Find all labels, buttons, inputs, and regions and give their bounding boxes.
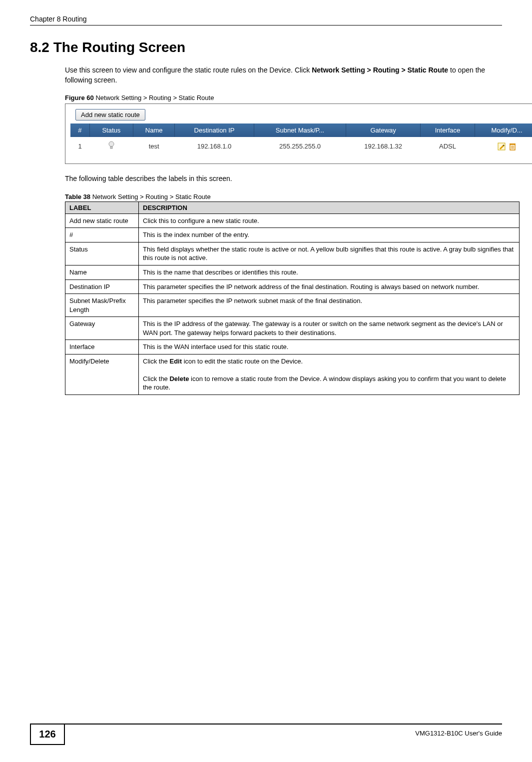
svg-rect-1: [110, 146, 112, 148]
chapter-header: Chapter 8 Routing: [30, 15, 502, 24]
intro-nav-path: Network Setting > Routing > Static Route: [312, 66, 448, 74]
desc-text: Click this to configure a new static rou…: [139, 214, 520, 228]
col-interface[interactable]: Interface: [420, 124, 475, 137]
delete-icon[interactable]: [508, 142, 517, 150]
svg-rect-7: [510, 144, 516, 144]
svg-point-0: [109, 142, 114, 146]
desc-text-modify: Click the Edit icon to edit the static r…: [139, 354, 520, 394]
figure-60-label: Figure 60: [65, 94, 94, 102]
desc-text: This is the IP address of the gateway. T…: [139, 317, 520, 340]
desc-text: This parameter specifies the IP network …: [139, 280, 520, 294]
col-gateway[interactable]: Gateway: [346, 124, 421, 137]
figure-60-caption: Figure 60 Network Setting > Routing > St…: [65, 94, 502, 102]
table-38-text: Network Setting > Routing > Static Route: [90, 193, 211, 200]
delete-word: Delete: [169, 375, 189, 382]
static-route-table-header-row: # Status Name Destination IP Subnet Mask…: [70, 124, 532, 137]
cell-subnet: 255.255.255.0: [254, 137, 346, 156]
section-title: 8.2 The Routing Screen: [30, 40, 502, 56]
modify-text-1: Click the: [143, 358, 169, 365]
desc-table-header-row: LABEL DESCRIPTION: [65, 202, 520, 214]
desc-row-name: Name This is the name that describes or …: [65, 265, 520, 280]
desc-row-interface: Interface This is the WAN interface used…: [65, 340, 520, 354]
cell-interface: ADSL: [420, 137, 475, 156]
col-subnet-mask[interactable]: Subnet Mask/P...: [254, 124, 346, 137]
desc-row-add-new: Add new static route Click this to confi…: [65, 214, 520, 228]
page-footer: 126 VMG1312-B10C User's Guide: [0, 724, 532, 745]
desc-text: This field displays whether the static r…: [139, 242, 520, 265]
desc-label: Modify/Delete: [65, 354, 139, 394]
desc-row-index: # This is the index number of the entry.: [65, 228, 520, 242]
description-table: LABEL DESCRIPTION Add new static route C…: [65, 202, 520, 395]
edit-icon[interactable]: [497, 142, 509, 150]
desc-head-label: LABEL: [65, 202, 139, 214]
table-38-label: Table 38: [65, 193, 90, 200]
col-status[interactable]: Status: [89, 124, 133, 137]
col-index[interactable]: #: [70, 124, 89, 137]
desc-label: Interface: [65, 340, 139, 354]
footer-guide-name: VMG1312-B10C User's Guide: [65, 724, 502, 745]
col-destination-ip[interactable]: Destination IP: [175, 124, 254, 137]
figure-60-text: Network Setting > Routing > Static Route: [94, 94, 214, 102]
desc-label: Destination IP: [65, 280, 139, 294]
desc-head-description: DESCRIPTION: [139, 202, 520, 214]
cell-destination-ip: 192.168.1.0: [175, 137, 254, 156]
desc-row-modify-delete: Modify/Delete Click the Edit icon to edi…: [65, 354, 520, 394]
desc-text: This is the index number of the entry.: [139, 228, 520, 242]
modify-text-4: icon to remove a static route from the D…: [143, 375, 506, 392]
table-38-caption: Table 38 Network Setting > Routing > Sta…: [65, 193, 502, 200]
cell-status: [89, 137, 133, 156]
desc-row-gateway: Gateway This is the IP address of the ga…: [65, 317, 520, 340]
desc-row-destination-ip: Destination IP This parameter specifies …: [65, 280, 520, 294]
static-route-row-1: 1 test 192.168.1.0 255.255.255.0 192.168…: [70, 137, 532, 156]
desc-label: Subnet Mask/Prefix Length: [65, 294, 139, 317]
desc-label: Gateway: [65, 317, 139, 340]
edit-word: Edit: [169, 358, 182, 365]
following-table-text: The following table describes the labels…: [65, 174, 502, 184]
cell-name: test: [133, 137, 175, 156]
desc-text: This parameter specifies the IP network …: [139, 294, 520, 317]
intro-paragraph: Use this screen to view and configure th…: [65, 66, 502, 85]
cell-index: 1: [70, 137, 89, 156]
col-modify-delete[interactable]: Modify/D...: [475, 124, 532, 137]
desc-label: #: [65, 228, 139, 242]
desc-row-subnet-mask: Subnet Mask/Prefix Length This parameter…: [65, 294, 520, 317]
desc-label: Name: [65, 265, 139, 280]
desc-label: Add new static route: [65, 214, 139, 228]
cell-gateway: 192.168.1.32: [346, 137, 421, 156]
add-new-static-route-button[interactable]: Add new static route: [75, 109, 145, 120]
desc-text: This is the WAN interface used for this …: [139, 340, 520, 354]
figure-60-screenshot: Add new static route # Status Name Desti…: [65, 104, 532, 164]
desc-text: This is the name that describes or ident…: [139, 265, 520, 280]
modify-text-3: Click the: [143, 375, 169, 382]
desc-label: Status: [65, 242, 139, 265]
static-route-table: # Status Name Destination IP Subnet Mask…: [70, 124, 532, 156]
col-name[interactable]: Name: [133, 124, 175, 137]
bulb-off-icon: [108, 141, 115, 150]
header-rule: [30, 25, 502, 26]
modify-text-2: icon to edit the static route on the Dev…: [182, 358, 303, 365]
desc-row-status: Status This field displays whether the s…: [65, 242, 520, 265]
page-number: 126: [30, 724, 65, 745]
cell-modify-delete: [475, 137, 532, 156]
intro-text-1: Use this screen to view and configure th…: [65, 66, 312, 74]
